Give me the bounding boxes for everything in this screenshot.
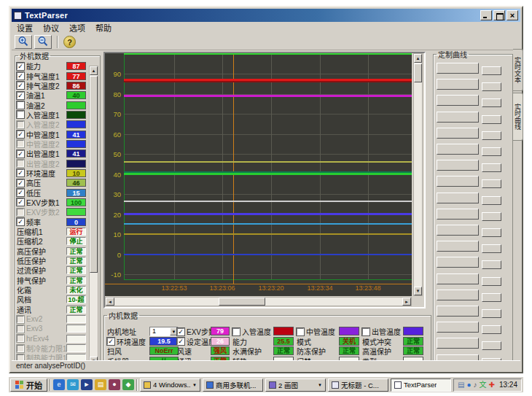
curve-value-button[interactable] (482, 341, 501, 350)
checkbox[interactable] (297, 328, 304, 335)
checkbox[interactable]: ✓ (17, 82, 24, 89)
security-icon[interactable]: ● (109, 379, 120, 390)
curve-slot-button[interactable] (437, 257, 479, 268)
checkbox[interactable]: ✓ (17, 198, 24, 206)
ie-icon[interactable]: e (53, 379, 65, 390)
curve-slot-button[interactable] (437, 322, 479, 333)
checkbox[interactable] (17, 325, 24, 333)
curve-value-button[interactable] (482, 131, 501, 140)
taskbar-button[interactable]: 无标题 - C... (328, 378, 388, 392)
checkbox[interactable] (17, 121, 24, 128)
scroll-left-icon[interactable]: ◄ (106, 298, 114, 306)
taskbar-button[interactable]: 2 画图▼ (265, 378, 326, 392)
curve-slot-button[interactable] (437, 160, 479, 171)
checkbox[interactable] (232, 328, 240, 335)
checkbox[interactable]: ✓ (17, 218, 24, 225)
checkbox[interactable]: ✓ (17, 92, 24, 99)
curve-slot-button[interactable] (437, 79, 479, 90)
taskbar-button[interactable]: TextParser (391, 378, 451, 392)
messenger-icon[interactable]: ◆ (122, 379, 134, 390)
curve-slot-button[interactable] (437, 241, 479, 252)
scroll-up-icon[interactable]: ▲ (414, 54, 422, 63)
curve-slot-button[interactable] (437, 273, 479, 284)
printer-icon[interactable]: ▤ (458, 379, 464, 391)
minimize-button[interactable] (480, 10, 492, 20)
curve-value-button[interactable] (482, 309, 501, 318)
menu-item-设置[interactable]: 设置 (12, 21, 38, 34)
scroll-thumb[interactable] (90, 76, 98, 273)
media-player-icon[interactable]: ► (81, 379, 93, 390)
help-button[interactable]: ? (63, 36, 76, 48)
checkbox[interactable] (17, 111, 24, 118)
curve-value-button[interactable] (482, 147, 501, 156)
taskbar-button[interactable]: 4 Windows...▼ (140, 378, 200, 392)
curve-value-button[interactable] (482, 260, 501, 269)
checkbox[interactable]: ✓ (17, 179, 24, 187)
zoom-out-button[interactable] (34, 35, 52, 49)
taskbar-button[interactable]: 商用多联机... (203, 378, 263, 392)
curve-value-button[interactable] (482, 293, 501, 302)
checkbox[interactable]: ✓ (17, 72, 24, 79)
curve-slot-button[interactable] (437, 176, 479, 187)
ime-icon[interactable]: 文 (480, 379, 487, 391)
checkbox[interactable] (17, 316, 24, 323)
curve-slot-button[interactable] (437, 112, 479, 123)
checkbox[interactable]: ✓ (17, 150, 24, 158)
chart-vscrollbar[interactable]: ▲ ▼ (413, 53, 423, 296)
tab-realtime-text[interactable]: 实时文本 (513, 49, 523, 91)
curve-slot-button[interactable] (437, 128, 479, 139)
curve-slot-button[interactable] (437, 63, 479, 74)
curve-value-button[interactable] (482, 196, 501, 205)
curve-slot-button[interactable] (437, 95, 479, 106)
checkbox[interactable]: ✓ (17, 169, 24, 176)
curve-value-button[interactable] (482, 228, 501, 237)
scroll-down-icon[interactable]: ▼ (414, 287, 422, 295)
checkbox[interactable]: ✓ (177, 328, 184, 335)
curve-value-button[interactable] (482, 66, 501, 75)
curve-value-button[interactable] (482, 277, 501, 286)
checkbox[interactable]: ✓ (17, 189, 24, 196)
curve-slot-button[interactable] (437, 290, 479, 300)
plot-area[interactable]: 9080706050403020100-1013:22:5313:23:0613… (105, 53, 412, 296)
curve-value-button[interactable] (482, 82, 501, 91)
menu-item-协议[interactable]: 协议 (38, 21, 64, 34)
curve-slot-button[interactable] (437, 193, 479, 203)
curve-slot-button[interactable] (437, 338, 479, 349)
time-cursor-line[interactable] (233, 53, 234, 284)
curve-value-button[interactable] (482, 212, 501, 221)
curve-value-button[interactable] (482, 179, 501, 188)
messenger-tray-icon[interactable]: ● (467, 379, 472, 391)
notes-icon[interactable]: ▤ (95, 379, 106, 390)
menu-item-帮助[interactable]: 帮助 (90, 21, 117, 34)
curve-slot-button[interactable] (437, 144, 479, 155)
checkbox[interactable]: ✓ (17, 63, 24, 70)
antivirus-icon[interactable]: ✚ (489, 379, 495, 391)
curve-value-button[interactable] (482, 244, 501, 253)
start-button[interactable]: 开始 (10, 378, 47, 392)
outlook-icon[interactable]: ✉ (67, 379, 79, 390)
curve-value-button[interactable] (482, 115, 501, 124)
volume-icon[interactable]: ♪ (474, 379, 477, 391)
checkbox[interactable] (17, 160, 24, 167)
curve-value-button[interactable] (482, 98, 501, 107)
checkbox[interactable] (17, 345, 24, 352)
menu-item-选项[interactable]: 选项 (64, 21, 90, 34)
outdoor-scrollbar[interactable]: ▲ ▼ (89, 66, 98, 366)
checkbox[interactable]: ✓ (107, 338, 114, 345)
curve-slot-button[interactable] (437, 306, 479, 317)
scroll-right-icon[interactable]: ► (402, 298, 411, 306)
scroll-up-icon[interactable]: ▲ (90, 66, 98, 75)
checkbox[interactable] (17, 140, 24, 147)
checkbox[interactable]: ✓ (17, 131, 24, 138)
scroll-thumb[interactable] (414, 63, 422, 82)
checkbox[interactable]: ✓ (177, 338, 184, 345)
curve-slot-button[interactable] (437, 209, 479, 220)
zoom-in-button[interactable] (15, 35, 32, 49)
scroll-thumb[interactable] (219, 298, 265, 306)
curve-slot-button[interactable] (437, 225, 479, 236)
close-button[interactable]: × (506, 10, 518, 20)
indoor-address-dropdown[interactable]: 1▼ (149, 327, 179, 336)
checkbox[interactable] (17, 335, 24, 342)
tab-realtime-curve[interactable]: 实时曲线 (513, 93, 523, 141)
checkbox[interactable] (17, 209, 24, 216)
